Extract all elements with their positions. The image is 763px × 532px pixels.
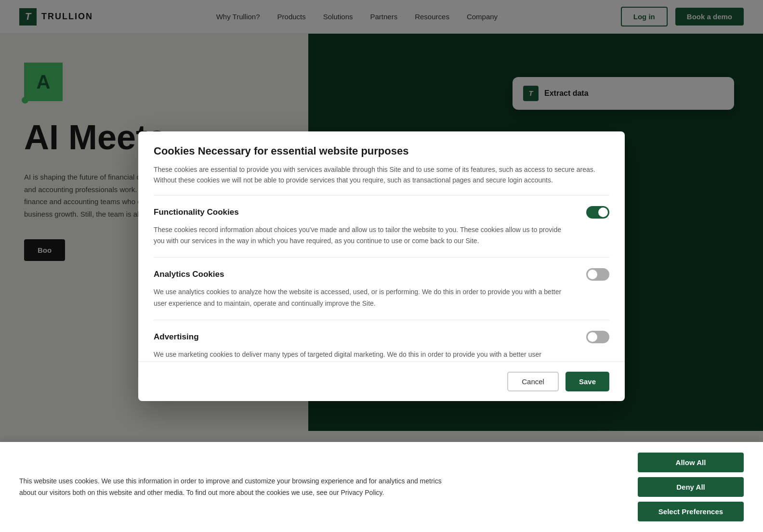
toggle-slider-analytics [586, 268, 609, 281]
toggle-slider-advertising [586, 331, 609, 343]
cookie-preferences-modal: Cookies Necessary for essential website … [138, 131, 625, 401]
cancel-button[interactable]: Cancel [507, 372, 559, 391]
toggle-knob-analytics [588, 270, 597, 279]
analytics-header: Analytics Cookies [154, 268, 609, 281]
modal-body: Functionality Cookies These cookies reco… [138, 195, 625, 361]
consent-actions: Allow All Deny All Select Preferences [638, 453, 744, 521]
functionality-body: These cookies record information about c… [154, 224, 563, 247]
functionality-header: Functionality Cookies [154, 206, 609, 219]
analytics-body: We use analytics cookies to analyze how … [154, 286, 563, 309]
advertising-toggle[interactable] [586, 331, 609, 343]
advertising-header: Advertising [154, 331, 609, 343]
select-preferences-button[interactable]: Select Preferences [638, 502, 744, 521]
save-button[interactable]: Save [566, 372, 609, 391]
modal-footer: Cancel Save [138, 362, 625, 401]
deny-all-button[interactable]: Deny All [638, 477, 744, 497]
toggle-knob-functionality [598, 208, 608, 217]
analytics-cookies-section: Analytics Cookies We use analytics cooki… [154, 257, 609, 319]
functionality-cookies-section: Functionality Cookies These cookies reco… [154, 195, 609, 257]
modal-intro: These cookies are essential to provide y… [154, 164, 609, 186]
toggle-knob-advertising [588, 332, 597, 342]
consent-text: This website uses cookies. We use this i… [19, 476, 453, 498]
toggle-slider-functionality [586, 206, 609, 219]
functionality-title: Functionality Cookies [154, 208, 239, 217]
advertising-section: Advertising We use marketing cookies to … [154, 320, 609, 362]
functionality-toggle[interactable] [586, 206, 609, 219]
advertising-title: Advertising [154, 332, 199, 342]
advertising-body: We use marketing cookies to deliver many… [154, 349, 563, 362]
analytics-title: Analytics Cookies [154, 270, 224, 279]
modal-title: Cookies Necessary for essential website … [154, 145, 609, 157]
consent-bar: This website uses cookies. We use this i… [0, 442, 763, 532]
modal-header: Cookies Necessary for essential website … [138, 131, 625, 195]
analytics-toggle[interactable] [586, 268, 609, 281]
allow-all-button[interactable]: Allow All [638, 453, 744, 472]
